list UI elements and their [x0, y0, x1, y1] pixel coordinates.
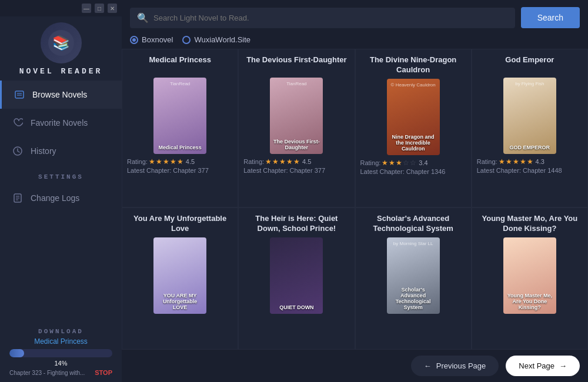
novel-cover: © Heavenly Cauldron Nine Dragon and the …	[387, 79, 440, 155]
star-half: ★	[396, 159, 402, 167]
star-half: ★	[293, 158, 300, 166]
prev-arrow-icon: ←	[424, 361, 432, 370]
novel-cover: QUIET DOWN	[270, 237, 323, 314]
sidebar-item-change-logs[interactable]: Change Logs	[0, 184, 122, 212]
novel-card[interactable]: You Are My Unforgettable Love YOU ARE MY…	[122, 207, 238, 350]
progress-bar-fill	[9, 349, 24, 357]
change-logs-icon	[12, 192, 24, 204]
novel-title: God Emperor	[505, 55, 554, 74]
chapter-info-bar: Chapter 323 - Fighting with... STOP	[9, 369, 112, 376]
star-full: ★	[499, 158, 505, 166]
novel-title: The Devious First-Daughter	[246, 55, 346, 74]
previous-page-button[interactable]: ← Previous Page	[411, 356, 499, 376]
star-full: ★	[265, 158, 272, 166]
search-icon: 🔍	[137, 12, 149, 24]
star-empty: ☆	[410, 159, 416, 167]
novel-card[interactable]: God Emperor by Flying Fish GOD EMPEROR R…	[472, 49, 588, 207]
progress-percentage: 14%	[9, 360, 112, 367]
novel-title: You Are My Unforgettable Love	[127, 214, 233, 234]
next-arrow-icon: →	[559, 361, 567, 370]
browse-novels-label: Browse Novels	[32, 90, 87, 99]
star-half: ★	[527, 158, 533, 166]
novel-cover: by Morning Star LL Scholar's Advanced Te…	[387, 237, 440, 314]
novel-cover: TianRead The Devious First-Daughter	[270, 78, 323, 154]
source-wuxiaworld[interactable]: WuxiaWorld.Site	[182, 35, 250, 44]
star-full: ★	[382, 159, 388, 167]
svg-rect-2	[15, 91, 24, 98]
settings-section-label: SETTINGS	[38, 173, 83, 180]
star-full: ★	[163, 158, 169, 166]
star-full: ★	[272, 158, 279, 166]
novel-title: Medical Princess	[149, 55, 211, 74]
star-full: ★	[156, 158, 162, 166]
history-icon	[12, 145, 24, 157]
wuxiaworld-label: WuxiaWorld.Site	[194, 35, 250, 44]
star-full: ★	[170, 158, 176, 166]
browse-novels-icon	[14, 89, 25, 100]
pagination: ← Previous Page Next Page →	[122, 350, 588, 382]
novel-card[interactable]: The Divine Nine-Dragon Cauldron © Heaven…	[355, 49, 472, 207]
app-logo: 📚	[41, 22, 82, 63]
previous-page-label: Previous Page	[436, 361, 486, 370]
novel-card[interactable]: Young Master Mo, Are You Done Kissing? Y…	[472, 207, 588, 350]
novel-cover: YOU ARE MY Unforgettable LOVE	[153, 237, 206, 314]
novel-rating: Rating: ★★★☆☆3.4	[360, 159, 428, 167]
star-half: ★	[177, 158, 183, 166]
sidebar-bottom: DOWNLOAD Medical Princess 14% Chapter 32…	[0, 322, 122, 382]
rating-number: 4.5	[302, 158, 311, 165]
source-boxnovel[interactable]: Boxnovel	[130, 35, 173, 44]
sidebar-item-history[interactable]: History	[0, 137, 122, 165]
rating-number: 4.5	[186, 158, 195, 165]
sidebar-item-browse-novels[interactable]: Browse Novels	[0, 81, 122, 109]
maximize-button[interactable]: □	[95, 4, 104, 13]
main-content: 🔍 Search Boxnovel WuxiaWorld.Site Medica…	[122, 0, 588, 382]
boxnovel-radio[interactable]	[130, 36, 138, 44]
novel-cover: by Flying Fish GOD EMPEROR	[503, 78, 556, 154]
next-page-button[interactable]: Next Page →	[506, 356, 580, 376]
novel-latest-chapter: Latest Chapter: Chapter 377	[243, 167, 325, 174]
sidebar: — □ ✕ 📚 NOVEL READER Browse Novels	[0, 0, 122, 382]
novel-cover: TianRead Medical Princess	[153, 78, 206, 154]
progress-bar-background	[9, 349, 112, 357]
close-button[interactable]: ✕	[108, 4, 117, 13]
stop-download-button[interactable]: STOP	[95, 369, 112, 376]
change-logs-label: Change Logs	[31, 193, 79, 203]
novel-latest-chapter: Latest Chapter: Chapter 1448	[477, 167, 562, 174]
search-input-wrap: 🔍	[130, 8, 515, 28]
svg-text:📚: 📚	[52, 34, 70, 51]
novel-card[interactable]: The Devious First-Daughter TianRead The …	[238, 49, 355, 207]
novel-title: The Heir is Here: Quiet Down, School Pri…	[243, 214, 349, 234]
app-title: NOVEL READER	[19, 67, 103, 76]
next-page-label: Next Page	[519, 361, 554, 370]
novel-card[interactable]: Scholar's Advanced Technological System …	[355, 207, 472, 350]
novel-card[interactable]: Medical Princess TianRead Medical Prince…	[122, 49, 238, 207]
star-full: ★	[389, 159, 395, 167]
novel-title: The Divine Nine-Dragon Cauldron	[360, 55, 466, 75]
star-full: ★	[286, 158, 293, 166]
novel-rating: Rating: ★★★★★4.3	[477, 158, 544, 166]
download-section-label: DOWNLOAD	[9, 328, 112, 335]
boxnovel-label: Boxnovel	[142, 35, 173, 44]
novel-card[interactable]: The Heir is Here: Quiet Down, School Pri…	[238, 207, 355, 350]
star-full: ★	[506, 158, 512, 166]
minimize-button[interactable]: —	[82, 4, 91, 13]
chapter-progress-text: Chapter 323 - Fighting with...	[9, 370, 85, 376]
rating-number: 3.4	[419, 159, 427, 166]
star-full: ★	[520, 158, 526, 166]
novel-latest-chapter: Latest Chapter: Chapter 377	[127, 167, 209, 174]
search-button[interactable]: Search	[521, 7, 580, 28]
sidebar-item-favorite-novels[interactable]: Favorite Novels	[0, 109, 122, 137]
logo-area: 📚 NOVEL READER	[19, 16, 103, 81]
star-full: ★	[149, 158, 155, 166]
favorite-novels-icon	[12, 117, 24, 129]
novel-latest-chapter: Latest Chapter: Chapter 1346	[360, 168, 446, 175]
wuxiaworld-radio[interactable]	[182, 36, 191, 44]
history-label: History	[31, 146, 56, 156]
search-input[interactable]	[153, 14, 508, 22]
novel-title: Scholar's Advanced Technological System	[360, 214, 466, 234]
novel-rating: Rating: ★★★★★4.5	[127, 158, 195, 166]
novel-rating: Rating: ★★★★★4.5	[243, 158, 311, 166]
source-selector: Boxnovel WuxiaWorld.Site	[122, 35, 588, 49]
rating-number: 4.3	[536, 158, 544, 165]
novel-cover: Young Master Me, Are You Done Kissing?	[503, 237, 556, 314]
